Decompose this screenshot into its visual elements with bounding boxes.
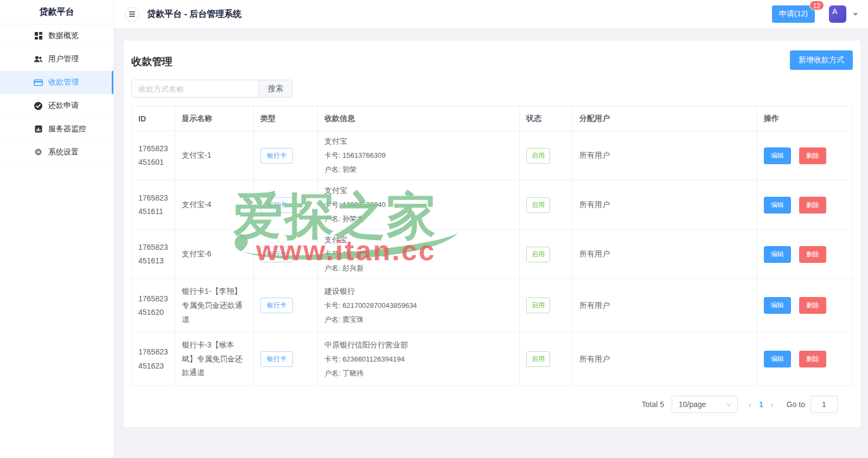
topbar-right: 申请(12) 12 A [772, 5, 858, 23]
cell-users: 所有用户 [573, 332, 757, 386]
cell-id: 1765823451611 [132, 180, 175, 230]
edit-button[interactable]: 编辑 [764, 351, 791, 367]
cell-actions: 编辑 删除 [757, 332, 853, 386]
hamburger-menu-icon[interactable] [125, 7, 139, 22]
main-area: 贷款平台 - 后台管理系统 申请(12) 12 A 收款管理 新增收款方式 [114, 0, 868, 458]
status-badge: 启用 [526, 351, 550, 367]
page-size-select[interactable]: 10/page [672, 396, 738, 413]
col-header-id: ID [132, 106, 175, 131]
delete-button[interactable]: 删除 [799, 351, 826, 367]
apply-button-label: 申请(12) [779, 9, 808, 18]
type-tag: 银行卡 [260, 247, 293, 262]
col-header-name: 显示名称 [175, 106, 254, 131]
cell-name: 银行卡1-【李翔】专属免罚金还款通道 [175, 279, 254, 333]
sidebar-item-label: 数据概览 [48, 31, 79, 41]
cell-actions: 编辑 删除 [757, 131, 853, 180]
chevron-down-icon[interactable] [853, 13, 858, 16]
table-row: 1765823451611 支付宝-4 银行卡 支付宝 卡号: 13901528… [132, 180, 853, 230]
status-badge: 启用 [526, 148, 550, 164]
apply-button[interactable]: 申请(12) 12 [772, 5, 815, 23]
cell-name: 银行卡-3【缑本斌】专属免罚金还款通道 [175, 332, 254, 386]
sidebar-item-data-overview[interactable]: 数据概览 [0, 24, 113, 48]
prev-page-icon[interactable]: ‹ [749, 400, 751, 409]
delete-button[interactable]: 删除 [799, 246, 826, 263]
cell-id: 1765823451623 [132, 332, 175, 386]
edit-button[interactable]: 编辑 [764, 197, 791, 214]
sidebar-item-label: 系统设置 [48, 147, 79, 157]
info-card-number: 卡号: 13901528040 [324, 200, 513, 210]
type-tag: 银行卡 [260, 351, 293, 367]
edit-button[interactable]: 编辑 [764, 297, 791, 314]
search-button[interactable]: 搜索 [258, 80, 293, 98]
type-tag: 银行卡 [260, 298, 293, 313]
chevron-down-icon [725, 401, 731, 407]
edit-button[interactable]: 编辑 [764, 147, 791, 164]
cell-info: 支付宝 卡号: 13901528040 户名: 孙荣杰 [318, 180, 520, 230]
sidebar-item-server-monitor[interactable]: 服务器监控 [0, 118, 113, 141]
info-title: 中原银行信阳分行营业部 [324, 340, 513, 350]
info-holder-name: 户名: 丁晓祎 [324, 369, 513, 378]
sidebar-title: 贷款平台 [0, 0, 113, 24]
goto-label: Go to [787, 400, 805, 409]
edit-button[interactable]: 编辑 [764, 246, 791, 263]
page-title: 收款管理 [131, 55, 173, 69]
topbar-title: 贷款平台 - 后台管理系统 [147, 9, 241, 20]
sidebar-item-repayment-apply[interactable]: 还款申请 [0, 94, 113, 118]
sidebar-item-system-settings[interactable]: ⚙ 系统设置 [0, 141, 113, 164]
delete-button[interactable]: 删除 [799, 197, 826, 214]
current-page[interactable]: 1 [756, 400, 767, 409]
info-title: 支付宝 [324, 137, 513, 146]
topbar: 贷款平台 - 后台管理系统 申请(12) 12 A [114, 0, 868, 29]
card-icon [34, 78, 43, 87]
cell-info: 支付宝 卡号: 15613766309 户名: 郭荣 [318, 131, 520, 180]
cell-actions: 编辑 删除 [757, 180, 853, 230]
info-holder-name: 户名: 孙荣杰 [324, 214, 513, 224]
cell-info: 建设银行 卡号: 6217002870043859634 户名: 窦宝珠 [318, 279, 520, 333]
content: 收款管理 新增收款方式 搜索 ID 显示名称 [114, 29, 868, 458]
col-header-status: 状态 [520, 106, 573, 131]
sidebar-item-label: 服务器监控 [48, 124, 86, 134]
cell-info: 支付宝 卡号: 15549871993 户名: 彭兴新 [318, 230, 520, 279]
type-tag: 银行卡 [260, 148, 293, 164]
table-header-row: ID 显示名称 类型 收款信息 状态 分配用户 操作 [132, 106, 853, 131]
info-title: 支付宝 [324, 186, 513, 196]
cell-users: 所有用户 [573, 230, 757, 279]
cell-info: 中原银行信阳分行营业部 卡号: 6236601126394194 户名: 丁晓祎 [318, 332, 520, 386]
delete-button[interactable]: 删除 [799, 297, 826, 314]
table-row: 1765823451620 银行卡1-【李翔】专属免罚金还款通道 银行卡 建设银… [132, 279, 853, 333]
status-badge: 启用 [526, 197, 550, 213]
sidebar-item-label: 还款申请 [48, 101, 79, 111]
sidebar-item-label: 用户管理 [48, 54, 79, 64]
type-tag: 银行卡 [260, 197, 293, 213]
server-monitor-icon [34, 125, 43, 134]
info-card-number: 卡号: 6236601126394194 [324, 354, 513, 364]
status-badge: 启用 [526, 247, 550, 262]
search-row: 搜索 [131, 80, 853, 98]
avatar[interactable]: A [829, 5, 846, 23]
table-row: 1765823451601 支付宝-1 银行卡 支付宝 卡号: 15613766… [132, 131, 853, 180]
check-circle-icon [34, 101, 43, 111]
delete-button[interactable]: 删除 [799, 147, 826, 164]
page-size-value: 10/page [679, 400, 706, 409]
sidebar: 贷款平台 数据概览 用户管理 收款管理 [0, 0, 114, 458]
info-card-number: 卡号: 15549871993 [324, 249, 513, 259]
add-payment-method-button[interactable]: 新增收款方式 [790, 50, 853, 70]
cell-id: 1765823451601 [132, 131, 175, 180]
status-badge: 启用 [526, 298, 550, 313]
col-header-type: 类型 [254, 106, 318, 131]
sidebar-item-payment-management[interactable]: 收款管理 [0, 71, 113, 94]
pagination: Total 5 10/page ‹ 1 › Go to [131, 396, 853, 413]
search-input[interactable] [131, 80, 258, 98]
sidebar-item-user-management[interactable]: 用户管理 [0, 48, 113, 71]
goto-page-input[interactable] [810, 396, 838, 413]
info-card-number: 卡号: 15613766309 [324, 151, 513, 160]
cell-actions: 编辑 删除 [757, 279, 853, 333]
col-header-actions: 操作 [757, 106, 853, 131]
notification-badge: 12 [809, 1, 824, 10]
cell-id: 1765823451613 [132, 230, 175, 279]
info-holder-name: 户名: 郭荣 [324, 165, 513, 175]
table-row: 1765823451623 银行卡-3【缑本斌】专属免罚金还款通道 银行卡 中原… [132, 332, 853, 386]
cell-id: 1765823451620 [132, 279, 175, 333]
next-page-icon[interactable]: › [771, 400, 774, 409]
dashboard-icon [34, 31, 43, 41]
